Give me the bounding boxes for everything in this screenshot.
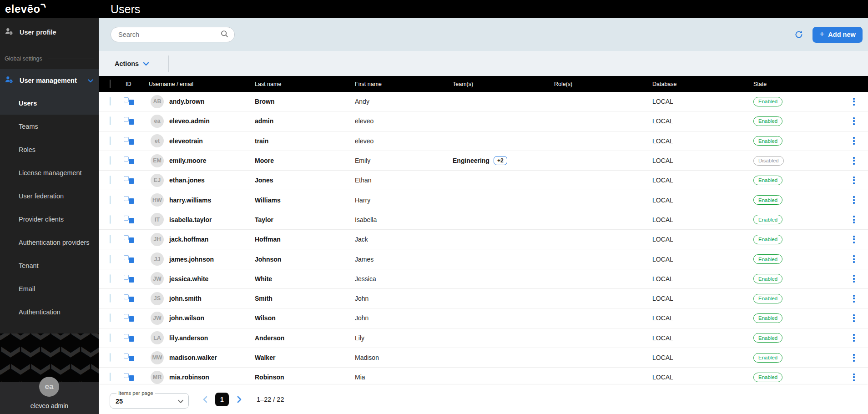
sidebar-item-email[interactable]: Email: [0, 277, 99, 300]
row-menu-icon[interactable]: [852, 254, 856, 264]
username-text: emily.moore: [169, 157, 206, 164]
sidebar-item-roles[interactable]: Roles: [0, 138, 99, 161]
first-name-text: Jack: [355, 236, 453, 243]
table-row: JJjames.johnsonJohnsonJamesLOCALEnabled: [99, 249, 868, 269]
status-badge: Disabled: [753, 156, 784, 166]
row-menu-icon[interactable]: [852, 116, 856, 126]
database-text: LOCAL: [652, 236, 753, 243]
sidebar-account: ea eleveo admin: [0, 382, 99, 414]
sidebar-item-provider-clients[interactable]: Provider clients: [0, 207, 99, 231]
column-header-database: Database: [652, 81, 753, 87]
row-menu-icon[interactable]: [852, 333, 856, 343]
row-checkbox[interactable]: [110, 294, 111, 303]
pattern-chevron-icon: ❯: [2, 344, 23, 360]
row-menu-icon[interactable]: [852, 96, 856, 107]
actions-dropdown[interactable]: Actions: [115, 60, 149, 68]
table-row: eaeleveo.adminadmineleveoLOCALEnabled: [99, 111, 868, 131]
search-icon[interactable]: [221, 30, 228, 40]
row-checkbox[interactable]: [110, 313, 111, 322]
next-page-button[interactable]: [232, 393, 246, 406]
row-checkbox[interactable]: [110, 333, 111, 342]
row-menu-icon[interactable]: [852, 214, 856, 225]
top-bar: elevēo❯ Users: [0, 0, 868, 18]
row-checkbox[interactable]: [110, 373, 111, 381]
database-text: LOCAL: [652, 256, 753, 263]
sidebar-item-license-management[interactable]: License management: [0, 161, 99, 184]
row-menu-icon[interactable]: [852, 293, 856, 304]
first-name-text: Ethan: [355, 177, 453, 184]
row-checkbox[interactable]: [110, 196, 111, 204]
first-name-text: Jessica: [355, 275, 453, 283]
add-new-button[interactable]: + Add new: [812, 27, 863, 43]
table-row: EJethan.jonesJonesEthanLOCALEnabled: [99, 171, 868, 190]
pattern-chevron-icon: ❯: [42, 344, 63, 360]
row-checkbox[interactable]: [110, 274, 111, 283]
column-header-id: ID: [124, 81, 149, 87]
row-menu-icon[interactable]: [852, 273, 856, 284]
refresh-button[interactable]: [791, 27, 807, 42]
last-name-text: Jones: [255, 177, 355, 184]
avatar: JS: [151, 292, 164, 305]
status-badge: Enabled: [753, 116, 782, 126]
table-row: ABandy.brownBrownAndyLOCALEnabled: [99, 92, 868, 111]
pattern-chevron-icon: ❯: [22, 379, 43, 382]
sidebar-item-user-profile[interactable]: User profile: [0, 23, 99, 42]
status-badge: Enabled: [753, 97, 782, 106]
sidebar-item-authentication-providers[interactable]: Authentication providers: [0, 231, 99, 254]
row-menu-icon[interactable]: [852, 372, 856, 383]
previous-page-button[interactable]: [198, 393, 212, 406]
last-name-text: Smith: [255, 295, 355, 302]
table-row: JSjohn.smithSmithJohnLOCALEnabled: [99, 289, 868, 308]
row-menu-icon[interactable]: [852, 175, 856, 186]
sidebar-item-user-management[interactable]: User management: [0, 69, 99, 92]
chevron-down-icon: [143, 60, 149, 68]
row-checkbox[interactable]: [110, 215, 111, 224]
database-text: LOCAL: [652, 314, 753, 322]
row-menu-icon[interactable]: [852, 313, 856, 323]
status-badge: Enabled: [753, 176, 782, 185]
username-text: eleveo.admin: [169, 117, 210, 125]
row-menu-icon[interactable]: [852, 234, 856, 245]
row-checkbox[interactable]: [110, 116, 111, 125]
pattern-chevron-icon: ❯: [32, 333, 53, 343]
teams-more-chip[interactable]: +2: [494, 156, 507, 165]
user-management-group: User management Users: [0, 69, 99, 115]
table-row: ITisabella.taylorTaylorIsabellaLOCALEnab…: [99, 210, 868, 230]
sidebar-item-authentication[interactable]: Authentication: [0, 300, 99, 323]
team-name-text: Engineering: [453, 157, 490, 164]
page-number-button[interactable]: 1: [215, 393, 229, 406]
row-checkbox[interactable]: [110, 353, 111, 362]
first-name-text: eleveo: [355, 137, 453, 145]
row-checkbox[interactable]: [110, 97, 111, 106]
last-name-text: Williams: [255, 197, 355, 204]
global-settings-section: Global settings: [0, 48, 99, 69]
row-checkbox[interactable]: [110, 176, 111, 184]
row-checkbox[interactable]: [110, 156, 111, 165]
row-menu-icon[interactable]: [852, 136, 856, 146]
first-name-text: Madison: [355, 354, 453, 361]
avatar[interactable]: ea: [39, 377, 59, 397]
database-text: LOCAL: [652, 374, 753, 381]
sidebar-item-user-federation[interactable]: User federation: [0, 184, 99, 207]
pattern-chevron-icon: ❯: [32, 362, 53, 377]
status-badge: Enabled: [753, 136, 782, 146]
first-name-text: John: [355, 314, 453, 322]
first-name-text: eleveo: [355, 117, 453, 125]
row-menu-icon[interactable]: [852, 353, 856, 363]
chevron-down-icon: [177, 397, 184, 405]
status-badge: Enabled: [753, 215, 782, 224]
sidebar-item-teams[interactable]: Teams: [0, 115, 99, 138]
row-menu-icon[interactable]: [852, 195, 856, 205]
row-checkbox[interactable]: [110, 136, 111, 145]
select-all-checkbox[interactable]: [110, 80, 111, 88]
last-name-text: Brown: [255, 98, 355, 105]
pattern-chevron-icon: ❯: [92, 333, 99, 343]
row-menu-icon[interactable]: [852, 156, 856, 166]
row-checkbox[interactable]: [110, 235, 111, 243]
sidebar-item-tenant[interactable]: Tenant: [0, 254, 99, 277]
sidebar-item-users[interactable]: Users: [0, 92, 99, 115]
row-checkbox[interactable]: [110, 255, 111, 263]
items-per-page-select[interactable]: Items per page 25: [110, 390, 189, 409]
sidebar-sub-list: TeamsRolesLicense managementUser federat…: [0, 115, 99, 323]
search-input[interactable]: [118, 31, 221, 38]
